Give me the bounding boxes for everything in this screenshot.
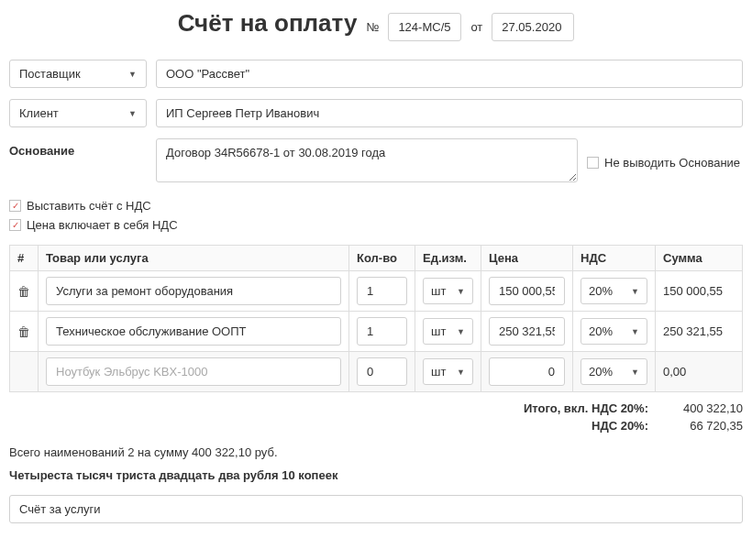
th-name: Товар или услуга [39, 246, 349, 271]
item-qty-input[interactable] [357, 357, 407, 386]
invoice-date-input[interactable] [492, 13, 574, 41]
item-sum: 150 000,55 [656, 271, 743, 312]
caret-down-icon: ▼ [457, 368, 465, 377]
note-input[interactable] [9, 495, 743, 523]
th-sum: Сумма [656, 246, 743, 271]
total-value: 400 322,10 [665, 401, 743, 415]
client-row: Клиент ▼ [9, 99, 743, 127]
item-unit-dropdown[interactable]: шт ▼ [423, 318, 473, 345]
vat-total-value: 66 720,35 [665, 419, 743, 433]
number-label: № [366, 20, 379, 34]
invoice-header: Счёт на оплату № от [9, 9, 743, 41]
th-price: Цена [481, 246, 573, 271]
item-unit-dropdown[interactable]: шт ▼ [423, 278, 473, 304]
basis-row: Основание Не выводить Основание [9, 138, 743, 182]
caret-down-icon: ▼ [457, 327, 465, 336]
th-index: # [10, 246, 39, 271]
vat-options: ✓ Выставить счёт с НДС ✓ Цена включает в… [9, 195, 743, 232]
basis-label: Основание [9, 138, 147, 182]
basis-textarea[interactable] [156, 138, 578, 182]
supplier-role-dropdown[interactable]: Поставщик ▼ [9, 60, 147, 88]
th-vat: НДС [573, 246, 656, 271]
item-vat-dropdown[interactable]: 20% ▼ [581, 318, 647, 345]
supplier-role-label: Поставщик [19, 67, 81, 81]
caret-down-icon: ▼ [631, 287, 639, 296]
item-name-input[interactable] [46, 317, 341, 346]
item-sum: 0,00 [656, 352, 743, 392]
summary-count: Всего наименований 2 на сумму 400 322,10… [9, 445, 743, 459]
item-price-input[interactable] [489, 277, 565, 305]
checkbox-icon [587, 157, 599, 169]
table-row: 🗑 шт ▼ 20% ▼ 250 321,55 [10, 312, 743, 352]
vat-total-label: НДС 20%: [592, 419, 648, 433]
caret-down-icon: ▼ [128, 109, 137, 118]
th-unit: Ед.изм. [415, 246, 481, 271]
totals-block: Итого, вкл. НДС 20%: 400 322,10 НДС 20%:… [9, 401, 743, 433]
table-row: 🗑 шт ▼ 20% ▼ 150 000,55 [10, 271, 743, 312]
date-label: от [470, 20, 482, 34]
caret-down-icon: ▼ [631, 368, 639, 377]
trash-icon[interactable]: 🗑 [17, 284, 30, 299]
client-name-input[interactable] [156, 99, 743, 127]
price-includes-vat-label: Цена включает в себя НДС [27, 218, 178, 232]
item-price-input[interactable] [489, 357, 565, 386]
with-vat-checkbox[interactable]: ✓ Выставить счёт с НДС [9, 195, 743, 213]
caret-down-icon: ▼ [457, 287, 465, 296]
total-label: Итого, вкл. НДС 20%: [524, 401, 648, 415]
item-vat-dropdown[interactable]: 20% ▼ [581, 278, 647, 304]
page-title: Счёт на оплату [178, 9, 358, 38]
item-price-input[interactable] [489, 317, 565, 346]
hide-basis-checkbox[interactable]: Не выводить Основание [587, 138, 740, 182]
item-name-input[interactable] [46, 357, 341, 386]
item-sum: 250 321,55 [656, 312, 743, 352]
caret-down-icon: ▼ [128, 70, 137, 79]
supplier-name-input[interactable] [156, 60, 743, 88]
item-qty-input[interactable] [357, 317, 407, 346]
item-qty-input[interactable] [357, 277, 407, 305]
checkbox-icon: ✓ [9, 219, 21, 231]
checkbox-icon: ✓ [9, 200, 21, 212]
with-vat-label: Выставить счёт с НДС [27, 199, 151, 213]
caret-down-icon: ▼ [631, 327, 639, 336]
th-qty: Кол-во [349, 246, 415, 271]
table-header-row: # Товар или услуга Кол-во Ед.изм. Цена Н… [10, 246, 743, 271]
items-table: # Товар или услуга Кол-во Ед.изм. Цена Н… [9, 245, 743, 392]
item-name-input[interactable] [46, 277, 341, 305]
price-includes-vat-checkbox[interactable]: ✓ Цена включает в себя НДС [9, 214, 743, 232]
hide-basis-label: Не выводить Основание [604, 156, 740, 170]
summary-words: Четыреста тысяч триста двадцать два рубл… [9, 468, 743, 482]
client-role-label: Клиент [19, 106, 59, 120]
invoice-number-input[interactable] [388, 13, 461, 41]
item-unit-dropdown[interactable]: шт ▼ [423, 358, 473, 385]
client-role-dropdown[interactable]: Клиент ▼ [9, 99, 147, 127]
item-vat-dropdown[interactable]: 20% ▼ [581, 358, 647, 385]
supplier-row: Поставщик ▼ [9, 60, 743, 88]
trash-icon[interactable]: 🗑 [17, 324, 30, 339]
table-row-empty: шт ▼ 20% ▼ 0,00 [10, 352, 743, 392]
